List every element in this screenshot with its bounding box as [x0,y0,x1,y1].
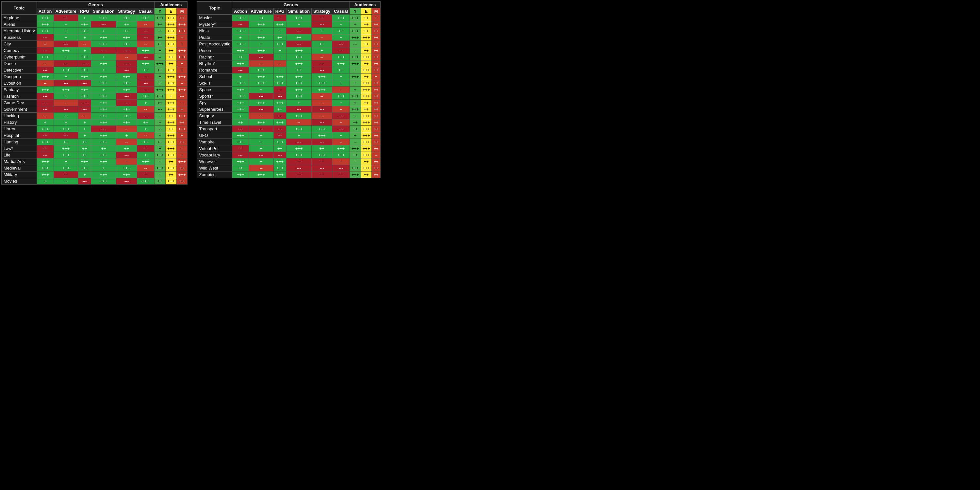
topic-cell: Vampire [197,139,232,145]
genre-cell: +++ [232,41,248,48]
aud-col-header: Y [350,8,361,15]
genre-cell: --- [312,15,332,21]
genre-cell: + [232,113,248,119]
genre-cell: ++ [116,21,137,28]
genre-cell: ++ [78,152,91,158]
table-row: Post Apocalyptic+++++++---++------++++ [197,41,380,48]
topic-cell: Werewolf [197,158,232,165]
genre-cell: +++ [91,119,116,126]
table-row: Hospital------+++++----++++ [2,132,188,139]
topic-cell: Alternate History [2,28,37,34]
aud-cell: +++ [361,152,372,158]
genre-cell: --- [137,172,154,178]
topic-cell: Pirate [197,34,232,41]
aud-cell: +++ [177,48,188,54]
genre-cell: ++ [286,34,311,41]
aud-cell: + [177,67,188,73]
aud-cell: +++ [361,165,372,172]
genre-cell: +++ [286,126,311,132]
genre-cell: + [78,34,91,41]
genre-cell: +++ [332,54,350,60]
genre-cell: --- [37,67,54,73]
aud-cell: + [177,60,188,67]
genre-cell: --- [137,34,154,41]
genre-cell: --- [137,113,154,119]
topic-cell: Time Travel [197,119,232,126]
table-row: Music*+++++---+++---+++++++++ [197,15,380,21]
divider [190,1,194,185]
genre-cell: +++ [249,80,274,87]
genre-cell: +++ [232,15,248,21]
genre-cell: +++ [274,172,286,178]
topic-cell: Superheroes [197,106,232,113]
table-row: Aliens+++++++---++--++++++++ [2,21,188,28]
genre-cell: -- [37,113,54,119]
genre-cell: +++ [286,60,311,67]
genre-cell: ++ [116,145,137,152]
topic-cell: Cyberpunk* [2,54,37,60]
table-row: Pirate++++++++--+++++++++ [197,34,380,41]
genre-cell: +++ [274,165,286,172]
genre-cell: + [78,119,91,126]
table-row: Martial Arts++++++++++--+++--+++++ [2,158,188,165]
genre-cell: + [91,54,116,60]
aud-cell: ++ [372,145,380,152]
aud-cell: -- [372,152,380,158]
genre-cell: +++ [274,100,286,106]
genre-cell: --- [91,21,116,28]
aud-cell: +++ [350,60,361,67]
topic-cell: Dance [2,60,37,67]
aud-cell: ++ [177,15,188,21]
table-row: City-------++++++--++++++ [2,41,188,48]
genre-cell: + [116,132,137,139]
table-row: Space++++---++++++--++++++ [197,87,380,93]
genre-cell: +++ [91,139,116,145]
genre-cell: -- [116,54,137,60]
genre-cell: +++ [286,152,311,158]
aud-cell: +++ [165,178,177,185]
genre-cell: --- [37,145,54,152]
genre-cell: + [249,28,274,34]
table-row: History+++++++++++++++++ [2,119,188,126]
genre-cell: --- [232,126,248,132]
genre-cell: +++ [54,145,78,152]
aud-cell: +++ [361,132,372,139]
genre-cell: -- [312,100,332,106]
topic-cell: Racing* [197,54,232,60]
genre-cell: --- [274,87,286,93]
genre-cell: +++ [54,48,78,54]
aud-cell: + [350,87,361,93]
aud-cell: ++ [372,106,380,113]
genre-cell: + [54,178,78,185]
genre-cell: +++ [286,54,311,60]
genre-cell: --- [249,106,274,113]
aud-cell: ++ [372,41,380,48]
genre-cell: +++ [116,80,137,87]
genre-cell: -- [116,158,137,165]
aud-cell: ++ [165,126,177,132]
aud-cell: ++ [361,100,372,106]
genre-cell: +++ [116,165,137,172]
topic-cell: Rhythm* [197,60,232,67]
aud-cell: ++ [361,28,372,34]
table-row: Time Travel++++++++-------+++++++ [197,119,380,126]
genre-cell: +++ [232,93,248,100]
genre-cell: ++ [137,119,154,126]
genre-cell: +++ [54,165,78,172]
genre-cell: --- [116,178,137,185]
aud-cell: +++ [350,93,361,100]
aud-cell: ++ [372,132,380,139]
aud-cell: + [154,73,165,80]
genre-cell: + [78,48,91,54]
aud-cell: +++ [165,106,177,113]
aud-cell: +++ [177,126,188,132]
genre-cell: ++ [274,145,286,152]
aud-cell: ++ [154,67,165,73]
genre-cell: + [332,34,350,41]
topic-cell: Hacking [2,113,37,119]
table-row: Government---------++++++-----++++ [2,106,188,113]
aud-cell: ++ [372,93,380,100]
aud-cell: +++ [361,139,372,145]
topic-cell: School [197,73,232,80]
genre-cell: --- [78,178,91,185]
